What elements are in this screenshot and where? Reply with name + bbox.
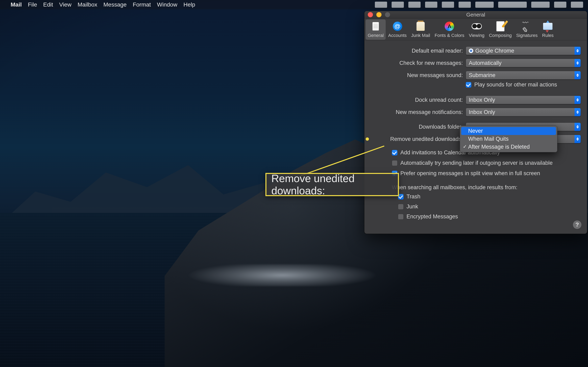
dropdown-notifications[interactable]: Inbox Only xyxy=(466,108,581,117)
annotation-point-icon xyxy=(366,137,369,141)
status-item-8[interactable] xyxy=(498,2,527,8)
dropdown-stepper-icon xyxy=(575,96,581,104)
checkbox-play-sounds[interactable] xyxy=(466,82,471,88)
row-dock-count: Dock unread count: Inbox Only xyxy=(371,96,581,104)
checkbox-junk[interactable] xyxy=(398,204,404,210)
status-item-6[interactable] xyxy=(458,2,471,8)
tab-accounts[interactable]: @ Accounts xyxy=(386,19,409,40)
dropdown-stepper-icon xyxy=(575,47,581,55)
window-minimize-button[interactable] xyxy=(376,12,381,17)
menu-mailbox[interactable]: Mailbox xyxy=(78,1,97,8)
viewing-icon xyxy=(471,21,483,32)
menu-help[interactable]: Help xyxy=(183,1,195,8)
row-play-sounds: Play sounds for other mail actions xyxy=(371,82,581,90)
status-item-11[interactable] xyxy=(571,2,583,8)
menu-option-label: When Mail Quits xyxy=(468,136,509,142)
dropdown-dock-count[interactable]: Inbox Only xyxy=(466,96,581,104)
tab-junk-mail[interactable]: Junk Mail xyxy=(409,19,432,40)
row-notifications: New message notifications: Inbox Only xyxy=(371,108,581,117)
tab-viewing[interactable]: Viewing xyxy=(467,19,486,40)
annotation-text: Remove unedited downloads: xyxy=(271,172,393,197)
tab-label: Rules xyxy=(542,33,553,38)
row-search-include-label: When searching all mailboxes, include re… xyxy=(371,184,581,191)
label-check-messages: Check for new messages: xyxy=(371,60,466,66)
fonts-colors-icon xyxy=(444,21,455,32)
tab-fonts-colors[interactable]: Fonts & Colors xyxy=(433,19,467,40)
dropdown-value: Submarine xyxy=(469,72,495,78)
junk-mail-icon xyxy=(415,21,426,32)
label-dock-count: Dock unread count: xyxy=(371,97,466,103)
label-junk: Junk xyxy=(406,203,418,210)
label-search-include: When searching all mailboxes, include re… xyxy=(392,184,517,191)
accounts-icon: @ xyxy=(392,21,403,32)
tab-general[interactable]: General xyxy=(366,19,386,40)
tab-label: General xyxy=(368,33,384,38)
menu-window[interactable]: Window xyxy=(157,1,177,8)
status-item-10[interactable] xyxy=(554,2,566,8)
label-downloads-folder: Downloads folder: xyxy=(371,124,466,130)
help-icon: ? xyxy=(575,221,579,228)
label-auto-resend: Automatically try sending later if outgo… xyxy=(400,160,553,166)
status-item-1[interactable] xyxy=(375,2,387,8)
general-icon xyxy=(370,21,381,32)
status-item-5[interactable] xyxy=(442,2,454,8)
status-item-2[interactable] xyxy=(392,2,404,8)
status-item-9[interactable] xyxy=(531,2,550,8)
window-close-button[interactable] xyxy=(368,12,373,17)
preferences-window: General General @ Accounts Junk Mail Fon… xyxy=(364,11,587,234)
tab-label: Accounts xyxy=(388,33,407,38)
checkmark-icon: ✓ xyxy=(463,143,467,149)
row-check-messages: Check for new messages: Automatically xyxy=(371,59,581,67)
dropdown-stepper-icon xyxy=(575,135,581,143)
menu-file[interactable]: File xyxy=(28,1,37,8)
dropdown-check-messages[interactable]: Automatically xyxy=(466,59,581,67)
label-play-sounds: Play sounds for other mail actions xyxy=(474,82,557,88)
window-title: General xyxy=(466,12,485,18)
row-default-reader: Default email reader: Google Chrome xyxy=(371,47,581,55)
window-zoom-button[interactable] xyxy=(385,12,390,17)
dropdown-default-reader[interactable]: Google Chrome xyxy=(466,47,581,55)
menu-view[interactable]: View xyxy=(59,1,71,8)
menubar-status-area xyxy=(375,2,583,8)
tab-label: Junk Mail xyxy=(411,33,430,38)
menu-option-label: Never xyxy=(468,128,483,134)
dropdown-value: Inbox Only xyxy=(469,97,495,103)
menu-option-label: After Message is Deleted xyxy=(468,144,530,150)
checkbox-encrypted[interactable] xyxy=(398,214,404,220)
checkbox-add-invitations[interactable] xyxy=(392,150,398,156)
menu-option-after-message-deleted[interactable]: ✓ After Message is Deleted xyxy=(461,143,556,151)
label-split-view: Prefer opening messages in split view wh… xyxy=(400,170,540,176)
status-item-3[interactable] xyxy=(408,2,421,8)
tab-label: Signatures xyxy=(516,33,537,38)
status-item-4[interactable] xyxy=(425,2,437,8)
annotation-callout: Remove unedited downloads: xyxy=(265,173,399,196)
label-encrypted: Encrypted Messages xyxy=(406,213,458,220)
tab-signatures[interactable]: 〰✎ Signatures xyxy=(514,19,540,40)
status-item-7[interactable] xyxy=(475,2,494,8)
row-checkboxes-top: Add invitations to Calendar automaticall… xyxy=(371,150,581,178)
dropdown-stepper-icon xyxy=(575,59,581,67)
window-titlebar[interactable]: General xyxy=(364,11,587,18)
tab-rules[interactable]: Rules xyxy=(540,19,555,40)
menu-message[interactable]: Message xyxy=(104,1,127,8)
sea-foam xyxy=(176,264,441,286)
dropdown-stepper-icon xyxy=(575,108,581,116)
window-controls xyxy=(368,12,390,17)
checkbox-auto-resend[interactable] xyxy=(392,160,398,166)
row-sound: New messages sound: Submarine xyxy=(371,71,581,80)
menu-format[interactable]: Format xyxy=(133,1,151,8)
tab-label: Fonts & Colors xyxy=(435,33,465,38)
label-notifications: New message notifications: xyxy=(371,109,466,115)
menu-option-never[interactable]: Never xyxy=(461,127,556,135)
dropdown-sound[interactable]: Submarine xyxy=(466,71,581,80)
menu-edit[interactable]: Edit xyxy=(43,1,53,8)
dropdown-value: Inbox Only xyxy=(469,109,495,115)
help-button[interactable]: ? xyxy=(573,220,582,229)
row-search-include-items: Trash Junk Encrypted Messages xyxy=(371,193,581,221)
app-name[interactable]: Mail xyxy=(11,1,22,8)
label-remove-downloads: Remove unedited downloads: xyxy=(390,136,463,142)
menu-option-when-mail-quits[interactable]: When Mail Quits xyxy=(461,135,556,143)
tab-composing[interactable]: Composing xyxy=(487,19,514,40)
signatures-icon: 〰✎ xyxy=(521,21,533,32)
label-trash: Trash xyxy=(406,193,420,200)
